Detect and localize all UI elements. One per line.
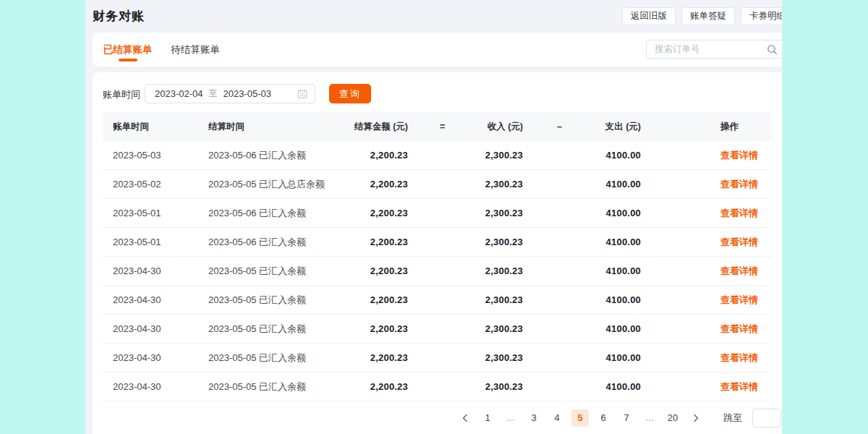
order-search-input[interactable] <box>655 44 767 54</box>
page-number[interactable]: 1 <box>479 409 496 427</box>
page-title: 财务对账 <box>93 8 145 25</box>
equals-symbol: = <box>440 122 445 132</box>
cell-settle-amount: 2,200.23 <box>339 179 408 190</box>
header-action: 操作 <box>641 121 772 133</box>
tab-pending-bills[interactable]: 待结算账单 <box>171 33 221 67</box>
table-row: 2023-05-01 2023-05-06 已汇入余额 2,200.23 2,3… <box>103 228 772 257</box>
header-settle-amount: 结算金额 (元) <box>339 121 408 133</box>
view-detail-link[interactable]: 查看详情 <box>720 294 758 305</box>
pagination: 1…34567…20 跳至 页 <box>93 401 782 434</box>
bill-faq-button[interactable]: 账单答疑 <box>681 7 735 25</box>
page-number[interactable]: 3 <box>525 409 542 427</box>
table-body: 2023-05-03 2023-05-06 已汇入余额 2,200.23 2,3… <box>103 141 772 401</box>
cell-settle-amount: 2,200.23 <box>339 208 408 218</box>
cell-bill-time: 2023-04-30 <box>103 265 208 276</box>
page-number[interactable]: 20 <box>664 409 681 427</box>
view-detail-link[interactable]: 查看详情 <box>720 265 758 276</box>
bill-time-filter-label: 账单时间 <box>103 88 140 101</box>
search-icon <box>767 44 778 55</box>
page-number[interactable]: 5 <box>571 409 589 427</box>
cell-bill-time: 2023-04-30 <box>103 381 208 392</box>
cell-expense: 4100.00 <box>523 381 641 392</box>
cell-settle-time: 2023-05-05 已汇入余额 <box>208 323 339 336</box>
cell-income: 2,300.23 <box>408 150 523 161</box>
view-detail-link[interactable]: 查看详情 <box>720 179 758 190</box>
cell-settle-amount: 2,200.23 <box>339 294 408 305</box>
prev-page-button[interactable] <box>456 409 473 427</box>
cell-settle-time: 2023-05-05 已汇入余额 <box>208 352 339 365</box>
cell-expense: 4100.00 <box>523 294 641 305</box>
cell-expense: 4100.00 <box>523 208 641 218</box>
cell-bill-time: 2023-05-01 <box>103 208 208 218</box>
cell-settle-amount: 2,200.23 <box>339 352 408 363</box>
cell-expense: 4100.00 <box>523 179 641 190</box>
view-detail-link[interactable]: 查看详情 <box>720 352 758 363</box>
header-expense: 支出 (元) <box>523 121 641 133</box>
cell-income: 2,300.23 <box>408 294 523 305</box>
cell-income: 2,300.23 <box>408 381 523 392</box>
query-button[interactable]: 查询 <box>329 84 371 103</box>
table-row: 2023-04-30 2023-05-05 已汇入余额 2,200.23 2,3… <box>103 315 772 344</box>
settled-bills-panel: 账单时间 2023-02-04 至 2023-05-03 查询 <box>93 72 782 434</box>
table-row: 2023-05-01 2023-05-06 已汇入余额 2,200.23 2,3… <box>103 199 772 228</box>
table-row: 2023-04-30 2023-05-05 已汇入余额 2,200.23 2,3… <box>103 344 772 373</box>
cell-bill-time: 2023-04-30 <box>103 323 208 334</box>
back-to-old-version-button[interactable]: 返回旧版 <box>622 7 676 25</box>
cell-action: 查看详情 <box>641 149 772 162</box>
cell-action: 查看详情 <box>641 380 772 393</box>
header-bill-time: 账单时间 <box>103 121 208 133</box>
table-header-row: 账单时间 结算时间 结算金额 (元) 收入 (元) 支出 (元) 操作 = – <box>103 112 772 141</box>
cell-settle-time: 2023-05-05 已汇入余额 <box>208 380 339 393</box>
cell-bill-time: 2023-05-01 <box>103 237 208 247</box>
cell-expense: 4100.00 <box>523 150 641 161</box>
cell-settle-time: 2023-05-06 已汇入余额 <box>208 149 339 162</box>
table-row: 2023-05-02 2023-05-05 已汇入总店余额 2,200.23 2… <box>103 170 772 199</box>
cell-bill-time: 2023-04-30 <box>103 352 208 363</box>
app-viewport: 财务对账 返回旧版 账单答疑 卡券明细 已结算账单 待结算账单 账单时间 202 <box>85 0 782 434</box>
cell-expense: 4100.00 <box>523 323 641 334</box>
tabs-card: 已结算账单 待结算账单 <box>93 33 782 67</box>
jump-page-input[interactable] <box>752 409 781 427</box>
cell-settle-amount: 2,200.23 <box>339 237 408 247</box>
table-row: 2023-05-03 2023-05-06 已汇入余额 2,200.23 2,3… <box>103 141 772 170</box>
next-page-button[interactable] <box>687 409 705 427</box>
header-actions: 返回旧版 账单答疑 卡券明细 <box>622 7 782 25</box>
cell-action: 查看详情 <box>641 323 772 336</box>
cell-income: 2,300.23 <box>408 208 523 218</box>
jump-to-label: 跳至 <box>723 412 742 425</box>
cell-settle-amount: 2,200.23 <box>339 150 408 161</box>
cell-bill-time: 2023-05-03 <box>103 150 208 161</box>
view-detail-link[interactable]: 查看详情 <box>720 237 758 247</box>
cell-action: 查看详情 <box>641 178 772 191</box>
cell-action: 查看详情 <box>641 352 772 365</box>
cell-settle-amount: 2,200.23 <box>339 323 408 334</box>
page-number[interactable]: 4 <box>548 409 566 427</box>
cell-action: 查看详情 <box>641 265 772 278</box>
cell-settle-time: 2023-05-05 已汇入总店余额 <box>208 178 339 191</box>
tab-settled-bills[interactable]: 已结算账单 <box>103 33 153 67</box>
page-number: … <box>502 409 519 427</box>
view-detail-link[interactable]: 查看详情 <box>720 150 758 161</box>
filter-row: 账单时间 2023-02-04 至 2023-05-03 查询 <box>93 72 782 112</box>
page-number[interactable]: 6 <box>595 409 612 427</box>
page-number: … <box>641 409 658 427</box>
cell-settle-amount: 2,200.23 <box>339 381 408 392</box>
header-income: 收入 (元) <box>408 121 523 133</box>
cell-expense: 4100.00 <box>523 265 641 276</box>
cell-settle-time: 2023-05-05 已汇入余额 <box>208 294 339 307</box>
date-range-start[interactable]: 2023-02-04 <box>155 88 203 99</box>
cell-income: 2,300.23 <box>408 237 523 247</box>
cell-action: 查看详情 <box>641 236 772 249</box>
view-detail-link[interactable]: 查看详情 <box>720 323 758 334</box>
view-detail-link[interactable]: 查看详情 <box>720 381 758 392</box>
cell-expense: 4100.00 <box>523 237 641 247</box>
cell-income: 2,300.23 <box>408 265 523 276</box>
cell-action: 查看详情 <box>641 294 772 307</box>
date-range-end[interactable]: 2023-05-03 <box>224 88 272 99</box>
order-search-box[interactable] <box>646 40 782 59</box>
calendar-icon <box>297 88 308 100</box>
coupon-detail-button[interactable]: 卡券明细 <box>741 7 782 25</box>
view-detail-link[interactable]: 查看详情 <box>720 208 758 218</box>
date-range-picker[interactable]: 2023-02-04 至 2023-05-03 <box>145 84 315 103</box>
page-number[interactable]: 7 <box>618 409 635 427</box>
